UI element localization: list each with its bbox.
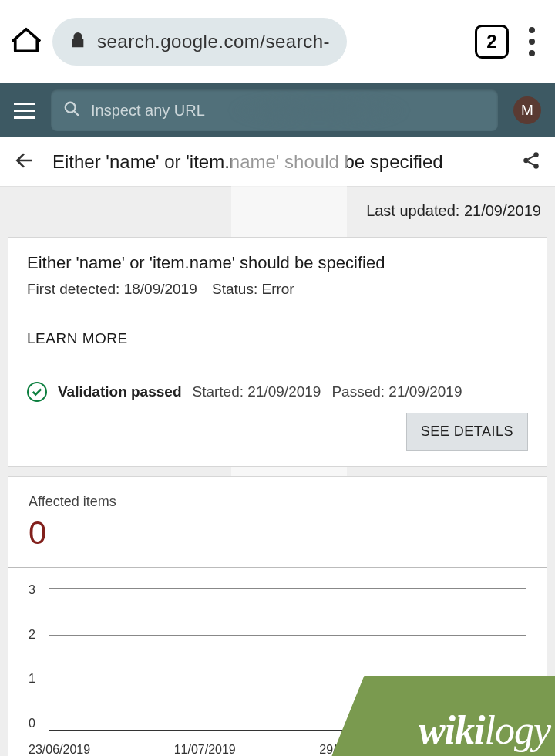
last-updated: Last updated: 21/09/2019 bbox=[0, 187, 555, 228]
y-axis: 3 2 1 0 bbox=[29, 583, 44, 731]
url-bar[interactable]: search.google.com/search- bbox=[52, 18, 347, 66]
app-bar: Inspect any URL M bbox=[0, 83, 555, 137]
avatar[interactable]: M bbox=[513, 96, 541, 124]
lock-icon bbox=[69, 31, 86, 52]
issue-title: Either 'name' or 'item.name' should be s… bbox=[27, 253, 528, 273]
inspect-url-input[interactable]: Inspect any URL bbox=[51, 89, 498, 131]
validation-passed: Passed: 21/09/2019 bbox=[331, 383, 462, 400]
back-icon[interactable] bbox=[14, 150, 34, 174]
tab-count-button[interactable]: 2 bbox=[475, 25, 509, 59]
home-icon[interactable] bbox=[12, 25, 41, 58]
browser-menu-icon[interactable] bbox=[520, 27, 543, 56]
share-icon[interactable] bbox=[521, 150, 541, 174]
issue-meta: First detected: 18/09/2019 Status: Error bbox=[27, 281, 528, 298]
see-details-button[interactable]: SEE DETAILS bbox=[406, 413, 528, 451]
affected-count: 0 bbox=[29, 515, 526, 552]
watermark: wikilogy bbox=[330, 676, 555, 756]
svg-line-1 bbox=[74, 111, 79, 116]
page-title-bar: Either 'name' or 'item.name' should be s… bbox=[0, 137, 555, 187]
svg-point-3 bbox=[523, 157, 529, 163]
validation-started: Started: 21/09/2019 bbox=[193, 383, 321, 400]
page-title: Either 'name' or 'item.name' should be s… bbox=[52, 151, 503, 173]
svg-point-2 bbox=[533, 152, 539, 157]
validation-row: Validation passed Started: 21/09/2019 Pa… bbox=[8, 366, 547, 466]
svg-point-0 bbox=[66, 103, 76, 113]
checkmark-icon bbox=[27, 382, 47, 402]
menu-icon[interactable] bbox=[14, 103, 35, 119]
issue-card: Either 'name' or 'item.name' should be s… bbox=[8, 237, 547, 467]
inspect-placeholder: Inspect any URL bbox=[91, 102, 205, 120]
svg-point-4 bbox=[533, 164, 539, 169]
learn-more-link[interactable]: LEARN MORE bbox=[27, 330, 528, 347]
affected-label: Affected items bbox=[29, 494, 526, 510]
url-text: search.google.com/search- bbox=[97, 31, 330, 52]
validation-status: Validation passed bbox=[58, 383, 182, 400]
tab-count: 2 bbox=[486, 31, 496, 52]
browser-chrome: search.google.com/search- 2 bbox=[0, 0, 555, 83]
search-icon bbox=[63, 100, 80, 120]
